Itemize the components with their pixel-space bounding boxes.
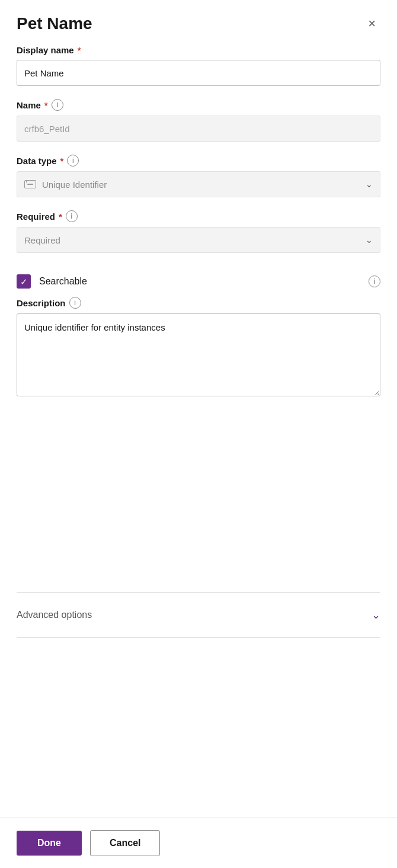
description-textarea[interactable]: Unique identifier for entity instances: [17, 313, 380, 396]
advanced-options-row[interactable]: Advanced options ⌄: [0, 599, 397, 631]
searchable-checkbox[interactable]: ✓: [17, 274, 31, 289]
unique-identifier-icon-inner: [27, 184, 33, 185]
unique-identifier-icon: [24, 180, 36, 188]
advanced-options-label: Advanced options: [17, 610, 92, 620]
searchable-label: Searchable: [39, 276, 87, 287]
checkmark-icon: ✓: [20, 277, 28, 286]
advanced-divider-bottom: [17, 637, 380, 638]
data-type-group: Data type * i Unique Identifier ⌄: [17, 155, 380, 197]
advanced-options-chevron-icon: ⌄: [372, 608, 380, 622]
done-button[interactable]: Done: [17, 831, 82, 856]
required-info-icon[interactable]: i: [66, 210, 78, 222]
panel-title: Pet Name: [17, 14, 92, 33]
description-info-icon[interactable]: i: [69, 297, 81, 309]
data-type-required-star: *: [60, 156, 64, 166]
required-group: Required * i Required ⌄: [17, 210, 380, 253]
data-type-select[interactable]: Unique Identifier ⌄: [17, 171, 380, 197]
panel-footer: Done Cancel: [0, 818, 397, 868]
panel-header: Pet Name ×: [0, 0, 397, 45]
required-required-star: *: [59, 212, 62, 222]
name-group: Name * i crfb6_PetId: [17, 99, 380, 142]
name-info-icon[interactable]: i: [52, 99, 63, 111]
searchable-row: ✓ Searchable i: [17, 266, 380, 297]
searchable-left: ✓ Searchable: [17, 274, 87, 289]
spacer: [0, 643, 397, 818]
required-chevron-icon: ⌄: [366, 235, 373, 245]
required-label: Required * i: [17, 210, 380, 222]
searchable-info-icon[interactable]: i: [369, 276, 380, 287]
name-label: Name * i: [17, 99, 380, 111]
display-name-required-star: *: [78, 45, 81, 55]
close-button[interactable]: ×: [363, 15, 380, 33]
advanced-divider-top: [17, 592, 380, 593]
name-required-star: *: [44, 100, 48, 110]
name-readonly-input: crfb6_PetId: [17, 116, 380, 142]
data-type-chevron-icon: ⌄: [366, 180, 373, 189]
display-name-label: Display name *: [17, 45, 380, 55]
description-label: Description i: [17, 297, 380, 309]
display-name-input[interactable]: [17, 60, 380, 86]
data-type-select-left: Unique Identifier: [24, 180, 107, 190]
data-type-info-icon[interactable]: i: [67, 155, 79, 166]
required-select[interactable]: Required ⌄: [17, 227, 380, 253]
data-type-label: Data type * i: [17, 155, 380, 166]
description-group: Description i Unique identifier for enti…: [17, 297, 380, 399]
panel: Pet Name × Display name * Name * i crfb6…: [0, 0, 397, 868]
cancel-button[interactable]: Cancel: [90, 830, 160, 856]
display-name-group: Display name *: [17, 45, 380, 86]
panel-body: Display name * Name * i crfb6_PetId Data…: [0, 45, 397, 587]
